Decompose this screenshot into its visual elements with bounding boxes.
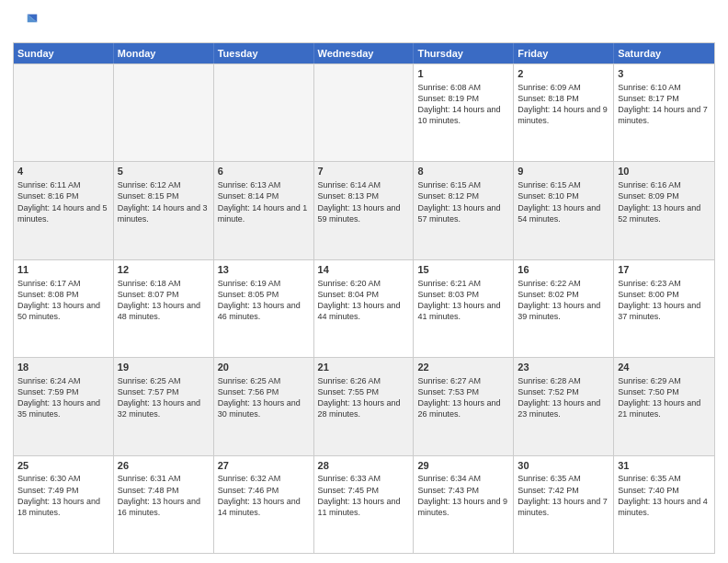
day-number: 22 [417,361,509,374]
day-info: Sunset: 8:08 PM [17,289,109,300]
day-info: Sunset: 7:46 PM [218,485,310,496]
day-info: Sunset: 8:07 PM [118,289,210,300]
day-number: 17 [618,263,711,277]
day-info: Daylight: 13 hours and 48 minutes. [118,300,210,322]
calendar-row: 18Sunrise: 6:24 AMSunset: 7:59 PMDayligh… [14,357,714,454]
header-cell-thursday: Thursday [414,43,514,63]
calendar: SundayMondayTuesdayWednesdayThursdayFrid… [13,42,715,554]
day-number: 2 [518,67,609,81]
calendar-cell: 30Sunrise: 6:35 AMSunset: 7:42 PMDayligh… [514,456,614,553]
calendar-body: 1Sunrise: 6:08 AMSunset: 8:19 PMDaylight… [14,63,714,553]
day-info: Daylight: 13 hours and 35 minutes. [17,397,109,419]
day-info: Sunrise: 6:21 AM [417,278,509,289]
day-info: Sunset: 8:03 PM [417,289,509,300]
day-info: Sunset: 8:14 PM [218,190,310,201]
day-info: Sunrise: 6:19 AM [218,278,310,289]
day-info: Sunrise: 6:23 AM [618,278,711,289]
day-info: Sunrise: 6:14 AM [318,179,410,190]
day-info: Sunrise: 6:18 AM [118,278,210,289]
calendar-cell: 19Sunrise: 6:25 AMSunset: 7:57 PMDayligh… [114,358,214,454]
day-info: Daylight: 14 hours and 7 minutes. [618,104,711,126]
calendar-row: 11Sunrise: 6:17 AMSunset: 8:08 PMDayligh… [14,259,714,357]
day-info: Daylight: 13 hours and 4 minutes. [618,496,711,518]
calendar-cell: 22Sunrise: 6:27 AMSunset: 7:53 PMDayligh… [414,358,514,454]
day-number: 31 [618,459,711,473]
day-info: Sunrise: 6:25 AM [218,375,310,386]
day-number: 3 [618,67,711,81]
day-number: 6 [218,165,310,178]
page: SundayMondayTuesdayWednesdayThursdayFrid… [0,0,728,563]
day-info: Sunset: 7:43 PM [417,485,509,496]
day-info: Sunset: 7:53 PM [417,386,509,397]
calendar-cell: 28Sunrise: 6:33 AMSunset: 7:45 PMDayligh… [314,456,415,553]
calendar-cell: 11Sunrise: 6:17 AMSunset: 8:08 PMDayligh… [14,260,114,357]
day-info: Daylight: 13 hours and 59 minutes. [318,202,410,224]
day-info: Sunset: 7:59 PM [17,386,109,397]
day-info: Daylight: 13 hours and 50 minutes. [17,300,109,322]
day-info: Sunrise: 6:35 AM [518,473,609,484]
day-info: Sunrise: 6:22 AM [518,278,609,289]
calendar-cell: 7Sunrise: 6:14 AMSunset: 8:13 PMDaylight… [314,162,415,259]
day-number: 16 [518,263,609,277]
day-info: Daylight: 13 hours and 9 minutes. [417,496,509,518]
day-info: Sunset: 7:45 PM [318,485,410,496]
calendar-row: 4Sunrise: 6:11 AMSunset: 8:16 PMDaylight… [14,161,714,259]
day-info: Daylight: 13 hours and 46 minutes. [218,300,310,322]
logo [13,11,42,37]
day-info: Sunset: 7:50 PM [618,386,711,397]
day-info: Sunrise: 6:30 AM [17,473,109,484]
header-cell-monday: Monday [114,43,214,63]
day-info: Daylight: 13 hours and 11 minutes. [318,496,410,518]
day-info: Daylight: 13 hours and 57 minutes. [417,202,509,224]
header-cell-wednesday: Wednesday [314,43,415,63]
day-number: 21 [318,361,410,374]
calendar-cell: 5Sunrise: 6:12 AMSunset: 8:15 PMDaylight… [114,162,214,259]
calendar-row: 1Sunrise: 6:08 AMSunset: 8:19 PMDaylight… [14,63,714,161]
header-cell-saturday: Saturday [614,43,714,63]
day-info: Sunset: 8:17 PM [618,93,711,104]
calendar-cell: 1Sunrise: 6:08 AMSunset: 8:19 PMDaylight… [414,64,514,161]
day-info: Sunset: 7:57 PM [118,386,210,397]
day-info: Sunrise: 6:13 AM [218,179,310,190]
day-info: Daylight: 14 hours and 5 minutes. [17,202,109,224]
calendar-cell [114,64,214,161]
day-info: Daylight: 13 hours and 14 minutes. [218,496,310,518]
day-info: Sunrise: 6:12 AM [118,179,210,190]
header-cell-tuesday: Tuesday [214,43,314,63]
day-info: Sunset: 7:40 PM [618,485,711,496]
day-info: Sunrise: 6:26 AM [318,375,410,386]
day-info: Sunrise: 6:09 AM [518,82,609,93]
day-info: Sunset: 7:52 PM [518,386,609,397]
day-info: Sunrise: 6:35 AM [618,473,711,484]
day-info: Daylight: 13 hours and 37 minutes. [618,300,711,322]
day-info: Sunrise: 6:27 AM [417,375,509,386]
calendar-cell: 25Sunrise: 6:30 AMSunset: 7:49 PMDayligh… [14,456,114,553]
day-info: Sunrise: 6:28 AM [518,375,609,386]
day-info: Daylight: 13 hours and 18 minutes. [17,496,109,518]
calendar-cell [214,64,314,161]
calendar-header: SundayMondayTuesdayWednesdayThursdayFrid… [14,43,714,63]
day-info: Sunrise: 6:10 AM [618,82,711,93]
day-number: 30 [518,459,609,473]
day-number: 9 [518,165,609,178]
day-info: Sunset: 8:05 PM [218,289,310,300]
calendar-cell: 29Sunrise: 6:34 AMSunset: 7:43 PMDayligh… [414,456,514,553]
day-number: 28 [318,459,410,473]
day-info: Sunset: 8:10 PM [518,190,609,201]
day-info: Sunset: 8:19 PM [417,93,509,104]
day-info: Sunrise: 6:32 AM [218,473,310,484]
day-number: 15 [417,263,509,277]
day-number: 27 [218,459,310,473]
day-info: Sunset: 7:42 PM [518,485,609,496]
day-info: Sunrise: 6:25 AM [118,375,210,386]
calendar-cell: 3Sunrise: 6:10 AMSunset: 8:17 PMDaylight… [614,64,714,161]
day-info: Daylight: 13 hours and 52 minutes. [618,202,711,224]
header-cell-friday: Friday [514,43,614,63]
day-info: Sunrise: 6:34 AM [417,473,509,484]
calendar-cell: 8Sunrise: 6:15 AMSunset: 8:12 PMDaylight… [414,162,514,259]
day-info: Sunrise: 6:24 AM [17,375,109,386]
day-info: Sunset: 8:04 PM [318,289,410,300]
day-info: Daylight: 13 hours and 44 minutes. [318,300,410,322]
day-number: 12 [118,263,210,277]
calendar-cell: 27Sunrise: 6:32 AMSunset: 7:46 PMDayligh… [214,456,314,553]
